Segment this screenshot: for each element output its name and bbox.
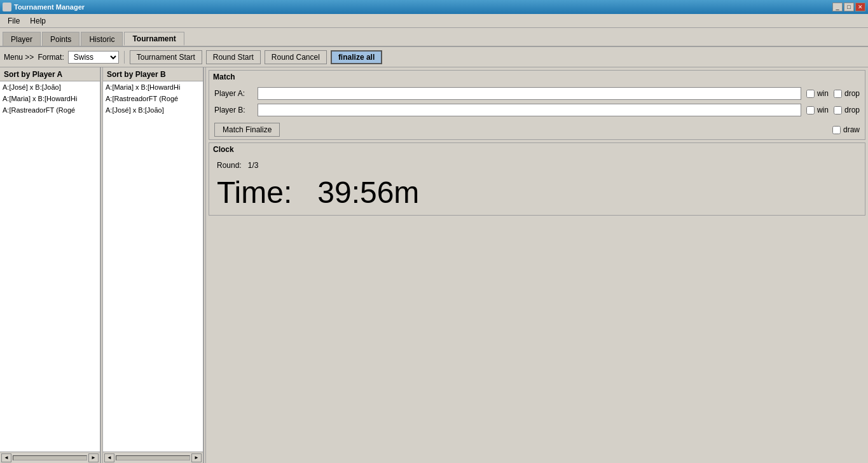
round-start-button[interactable]: Round Start xyxy=(206,50,261,64)
menu-label: Menu >> xyxy=(4,53,34,62)
player-b-win-group: win xyxy=(806,106,829,114)
list-item[interactable]: A:[José] x B:[João] xyxy=(103,104,203,116)
minimize-button[interactable]: _ xyxy=(832,3,843,11)
player-a-label: Player A: xyxy=(214,89,252,98)
list-item[interactable]: A:[RastreadorFT (Rogé xyxy=(103,93,203,104)
player-a-win-label: win xyxy=(817,89,829,98)
menu-bar: File Help xyxy=(0,14,868,28)
scroll-right-btn-b[interactable]: ► xyxy=(191,453,202,462)
player-a-drop-checkbox[interactable] xyxy=(834,90,842,98)
round-label: Round: xyxy=(217,161,242,170)
format-label: Format: xyxy=(38,53,64,62)
app-icon xyxy=(3,3,11,11)
match-section-title: Match xyxy=(209,71,865,83)
scroll-left-btn-a[interactable]: ◄ xyxy=(1,453,11,462)
format-select[interactable]: Swiss xyxy=(68,51,119,64)
sort-player-b-panel: Sort by Player B A:[Maria] x B:[HowardHi… xyxy=(103,67,203,463)
sort-player-a-panel: Sort by Player A A:[José] x B:[João] A:[… xyxy=(0,67,100,463)
right-panel: Match Player A: win drop xyxy=(206,67,868,463)
list-item[interactable]: A:[José] x B:[João] xyxy=(0,81,100,93)
match-form: Player A: win drop Player B: xyxy=(209,83,865,120)
toolbar: Menu >> Format: Swiss Tournament Start R… xyxy=(0,47,868,67)
main-content: Sort by Player A A:[José] x B:[João] A:[… xyxy=(0,67,868,463)
menu-help[interactable]: Help xyxy=(25,15,51,27)
scroll-bar-b[interactable]: ◄ ► xyxy=(103,452,203,463)
scroll-left-btn-b[interactable]: ◄ xyxy=(104,453,114,462)
title-bar-controls: _ □ ✕ xyxy=(832,3,865,11)
player-a-row: Player A: win drop xyxy=(214,87,860,100)
clock-content: Round: 1/3 Time: 39:56m xyxy=(209,156,865,215)
match-section: Match Player A: win drop xyxy=(209,70,865,140)
list-item[interactable]: A:[Maria] x B:[HowardHi xyxy=(103,81,203,93)
player-a-drop-label: drop xyxy=(844,89,860,98)
sort-player-b-header: Sort by Player B xyxy=(103,67,203,81)
maximize-button[interactable]: □ xyxy=(844,3,854,11)
player-b-drop-label: drop xyxy=(844,106,860,114)
tab-tournament[interactable]: Tournament xyxy=(124,32,184,46)
tournament-start-button[interactable]: Tournament Start xyxy=(130,50,202,64)
match-finalize-button[interactable]: Match Finalize xyxy=(214,123,280,137)
toolbar-separator xyxy=(124,51,125,64)
draw-label: draw xyxy=(843,125,860,134)
menu-file[interactable]: File xyxy=(3,15,25,27)
finalize-all-button[interactable]: finalize all xyxy=(331,50,382,64)
player-b-win-label: win xyxy=(817,106,829,114)
player-b-drop-group: drop xyxy=(834,106,860,114)
player-b-drop-checkbox[interactable] xyxy=(834,106,842,114)
list-item[interactable]: A:[RastreadorFT (Rogé xyxy=(0,104,100,116)
tab-historic[interactable]: Historic xyxy=(81,32,123,46)
scroll-bar-a[interactable]: ◄ ► xyxy=(0,452,100,463)
sort-player-b-list[interactable]: A:[Maria] x B:[HowardHi A:[RastreadorFT … xyxy=(103,81,203,452)
clock-section: Clock Round: 1/3 Time: 39:56m xyxy=(209,142,865,216)
title-bar: Tournament Manager _ □ ✕ xyxy=(0,0,868,14)
player-b-win-checkbox[interactable] xyxy=(806,106,815,114)
player-a-win-group: win xyxy=(806,89,829,98)
time-value: 39:56m xyxy=(317,176,419,209)
player-b-input[interactable] xyxy=(258,104,801,116)
scroll-track-a[interactable] xyxy=(13,455,87,460)
draw-checkbox[interactable] xyxy=(832,126,841,134)
round-cancel-button[interactable]: Round Cancel xyxy=(265,50,327,64)
list-item[interactable]: A:[Maria] x B:[HowardHi xyxy=(0,93,100,104)
player-b-label: Player B: xyxy=(214,106,252,114)
scroll-track-b[interactable] xyxy=(116,455,190,460)
clock-section-title: Clock xyxy=(209,143,865,156)
player-a-input[interactable] xyxy=(258,87,801,100)
clock-round: Round: 1/3 xyxy=(217,161,857,170)
match-finalize-row: Match Finalize draw xyxy=(209,120,865,139)
close-button[interactable]: ✕ xyxy=(855,3,865,11)
round-value: 1/3 xyxy=(248,161,259,170)
sort-player-a-header: Sort by Player A xyxy=(0,67,100,81)
draw-group: draw xyxy=(832,125,860,134)
time-label: Time: xyxy=(217,176,292,209)
player-a-win-checkbox[interactable] xyxy=(806,90,815,98)
title-bar-title: Tournament Manager xyxy=(14,3,85,11)
player-a-drop-group: drop xyxy=(834,89,860,98)
tab-bar: Player Points Historic Tournament xyxy=(0,28,868,47)
player-b-row: Player B: win drop xyxy=(214,104,860,116)
tab-points[interactable]: Points xyxy=(42,32,79,46)
scroll-right-btn-a[interactable]: ► xyxy=(88,453,99,462)
sort-player-a-list[interactable]: A:[José] x B:[João] A:[Maria] x B:[Howar… xyxy=(0,81,100,452)
title-bar-left: Tournament Manager xyxy=(3,3,85,11)
clock-time-display: Time: 39:56m xyxy=(217,175,857,210)
tab-player[interactable]: Player xyxy=(3,32,41,46)
